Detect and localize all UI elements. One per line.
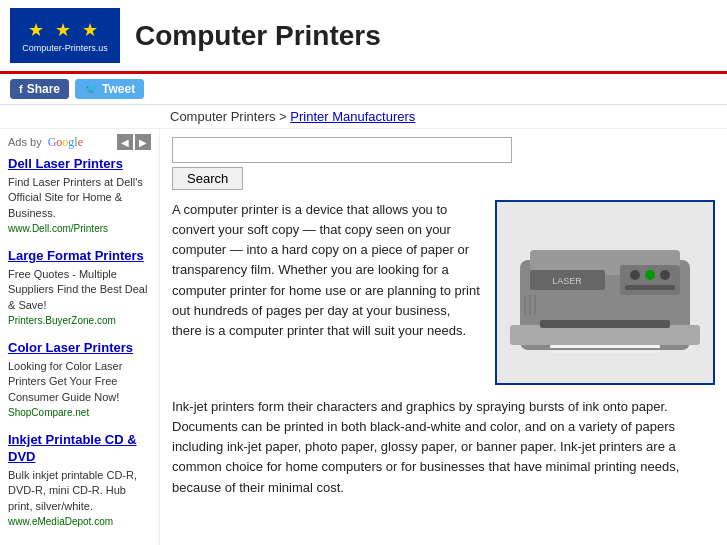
ad-item-largeformat: Large Format Printers Free Quotes - Mult… — [8, 248, 151, 326]
svg-rect-10 — [550, 350, 660, 353]
share-button[interactable]: f Share — [10, 79, 69, 99]
breadcrumb: Computer Printers > Printer Manufacturer… — [0, 105, 727, 129]
svg-point-5 — [630, 270, 640, 280]
ad-item-colorlaser: Color Laser Printers Looking for Color L… — [8, 340, 151, 418]
ads-label: Ads by Google ◀ ▶ — [8, 134, 151, 150]
ad-desc-largeformat: Free Quotes - Multiple Suppliers Find th… — [8, 267, 151, 313]
search-area: Search — [172, 137, 715, 190]
tweet-button[interactable]: 🐦 Tweet — [75, 79, 144, 99]
ad-title-inkjet[interactable]: Inkjet Printable CD & DVD — [8, 432, 151, 466]
svg-rect-3 — [540, 320, 670, 328]
ad-desc-inkjet: Bulk inkjet printable CD-R, DVD-R, mini … — [8, 468, 151, 514]
ads-navigation: ◀ ▶ — [117, 134, 151, 150]
printer-image: LASER — [495, 200, 715, 385]
ad-desc-dell: Find Laser Printers at Dell's Official S… — [8, 175, 151, 221]
ad-url-dell: www.Dell.com/Printers — [8, 223, 151, 234]
svg-point-6 — [645, 270, 655, 280]
search-input[interactable] — [172, 137, 512, 163]
breadcrumb-current[interactable]: Printer Manufacturers — [290, 109, 415, 124]
twitter-icon: 🐦 — [84, 83, 98, 96]
svg-point-7 — [660, 270, 670, 280]
ad-item-inkjet: Inkjet Printable CD & DVD Bulk inkjet pr… — [8, 432, 151, 527]
ads-by-text: Ads by — [8, 136, 42, 148]
ad-title-largeformat[interactable]: Large Format Printers — [8, 248, 151, 265]
intro-section: A computer printer is a device that allo… — [172, 200, 715, 385]
ad-url-largeformat: Printers.BuyerZone.com — [8, 315, 151, 326]
page-header: ★ ★ ★ Computer-Printers.us Computer Prin… — [0, 0, 727, 74]
intro-text: A computer printer is a device that allo… — [172, 200, 483, 385]
sidebar: Ads by Google ◀ ▶ Dell Laser Printers Fi… — [0, 129, 160, 545]
ad-item-dell: Dell Laser Printers Find Laser Printers … — [8, 156, 151, 234]
facebook-icon: f — [19, 83, 23, 95]
ad-url-colorlaser: ShopCompare.net — [8, 407, 151, 418]
logo-text: Computer-Printers.us — [22, 43, 108, 53]
content-area: Search A computer printer is a device th… — [160, 129, 727, 545]
main-layout: Ads by Google ◀ ▶ Dell Laser Printers Fi… — [0, 129, 727, 545]
article-para2: Ink-jet printers form their characters a… — [172, 397, 715, 498]
svg-rect-9 — [550, 345, 660, 348]
ad-title-dell[interactable]: Dell Laser Printers — [8, 156, 151, 173]
site-title: Computer Printers — [135, 20, 381, 52]
article: A computer printer is a device that allo… — [172, 200, 715, 498]
ads-prev-button[interactable]: ◀ — [117, 134, 133, 150]
google-logo: Google — [48, 135, 83, 150]
logo-stars: ★ ★ ★ — [28, 19, 101, 41]
ad-url-inkjet: www.eMediaDepot.com — [8, 516, 151, 527]
ads-next-button[interactable]: ▶ — [135, 134, 151, 150]
logo[interactable]: ★ ★ ★ Computer-Printers.us — [10, 8, 120, 63]
ad-title-colorlaser[interactable]: Color Laser Printers — [8, 340, 151, 357]
ad-desc-colorlaser: Looking for Color Laser Printers Get You… — [8, 359, 151, 405]
search-button[interactable]: Search — [172, 167, 243, 190]
breadcrumb-home: Computer Printers — [170, 109, 275, 124]
social-bar: f Share 🐦 Tweet — [0, 74, 727, 105]
breadcrumb-separator: > — [279, 109, 290, 124]
svg-text:LASER: LASER — [552, 276, 582, 286]
share-label: Share — [27, 82, 60, 96]
svg-rect-8 — [625, 285, 675, 290]
tweet-label: Tweet — [102, 82, 135, 96]
